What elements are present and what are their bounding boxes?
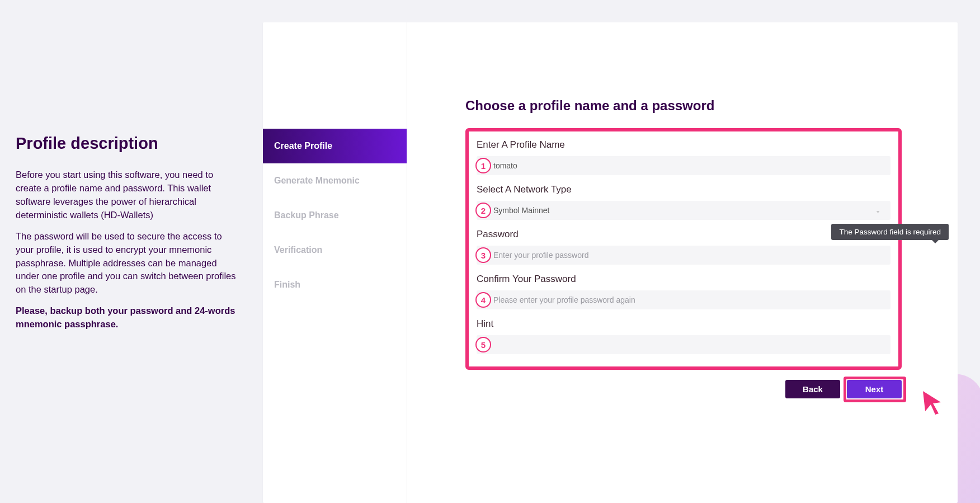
form-title: Choose a profile name and a password [465,98,902,114]
hint-label: Hint [477,318,891,330]
main-card: Create Profile Generate Mnemonic Backup … [263,22,958,503]
sidebar-item-generate-mnemonic[interactable]: Generate Mnemonic [263,163,407,198]
annotation-badge-3: 3 [475,247,491,263]
sidebar-item-verification[interactable]: Verification [263,233,407,267]
description-para-1: Before you start using this software, yo… [16,168,241,222]
description-para-3: Please, backup both your password and 24… [16,304,241,331]
profile-name-label: Enter A Profile Name [477,139,891,151]
password-label: Password [477,229,891,240]
annotation-badge-4: 4 [475,292,491,308]
sidebar-item-label: Verification [274,245,322,255]
svg-marker-0 [923,391,941,415]
profile-name-input[interactable] [477,156,891,175]
sidebar-item-label: Backup Phrase [274,210,339,220]
description-para-2: The password will be used to secure the … [16,230,241,297]
confirm-password-label: Confirm Your Password [477,274,891,285]
page-title: Profile description [16,134,241,153]
password-required-tooltip: The Password field is required [831,224,949,240]
sidebar-item-create-profile[interactable]: Create Profile [263,129,407,163]
description-panel: Profile description Before you start usi… [0,0,263,503]
button-row: Back Next [465,380,902,398]
annotation-badge-1: 1 [475,158,491,173]
annotation-badge-2: 2 [475,203,491,218]
sidebar-item-label: Finish [274,280,300,289]
sidebar-item-label: Create Profile [274,141,332,151]
confirm-password-input[interactable] [477,290,891,309]
sidebar-item-backup-phrase[interactable]: Backup Phrase [263,198,407,233]
back-button[interactable]: Back [785,380,840,398]
sidebar-item-finish[interactable]: Finish [263,267,407,302]
form-highlight-annotation: Enter A Profile Name 1 Select A Network … [465,128,902,370]
network-type-value: Symbol Mainnet [493,206,549,215]
network-type-select[interactable]: Symbol Mainnet [477,201,891,220]
wizard-sidebar: Create Profile Generate Mnemonic Backup … [263,22,407,503]
annotation-badge-5: 5 [475,337,491,352]
password-input[interactable] [477,246,891,265]
form-area: Choose a profile name and a password The… [407,22,958,503]
sidebar-item-label: Generate Mnemonic [274,176,360,185]
network-type-label: Select A Network Type [477,184,891,195]
hint-input[interactable] [477,335,891,354]
next-button[interactable]: Next [847,380,902,398]
